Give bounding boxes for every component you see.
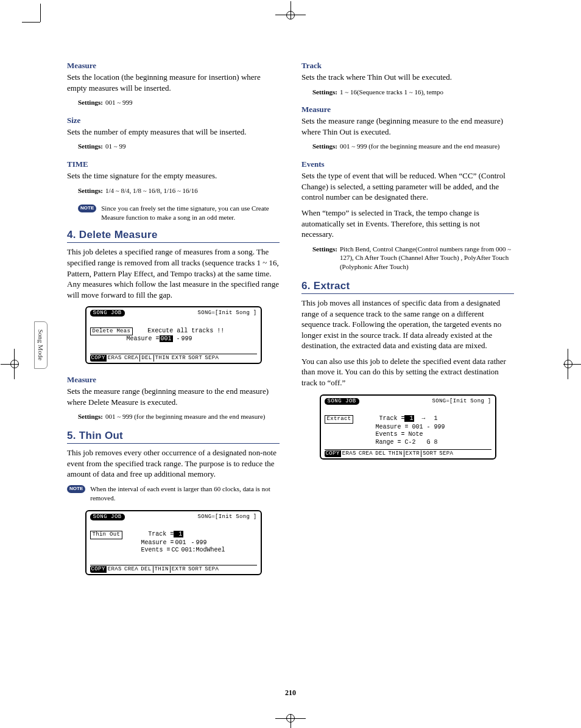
param-title-events: Events — [301, 159, 514, 169]
lcd-job-box: Thin Out — [90, 531, 123, 539]
lcd-mode-tab: SONG JOB — [90, 310, 125, 317]
lcd-extract: SONG JOB SONG=[Init Song ] Extract Track… — [320, 394, 496, 460]
side-tab: Song Mode — [34, 321, 48, 369]
param-title-track: Track — [301, 61, 514, 71]
settings-value-events: Pitch Bend, Control Change(Control numbe… — [340, 245, 514, 272]
param-body-time: Sets the time signature for the empty me… — [67, 170, 280, 181]
lcd-tabs: COPYERASCREADELTHINEXTRSORTSEPA — [90, 354, 257, 362]
param-body-size: Sets the number of empty measures that w… — [67, 127, 280, 138]
page-number: 210 — [285, 688, 296, 698]
param-body-events-1: Sets the type of event that will be redu… — [301, 170, 514, 203]
note-badge: NOTE — [67, 485, 85, 493]
right-column: Track Sets the track where Thin Out will… — [301, 61, 514, 586]
lcd-mode-tab: SONG JOB — [90, 514, 125, 520]
settings-label: Settings: — [78, 142, 103, 151]
settings-label: Settings: — [78, 186, 103, 195]
side-tab-label: Song Mode — [37, 329, 44, 360]
settings-label: Settings: — [312, 245, 337, 272]
lcd-song-label: SONG=[Init Song ] — [432, 398, 491, 405]
settings-value-del-measure: 001 ~ 999 (for the beginning measure and… — [105, 412, 280, 421]
param-body-events-2: When “tempo” is selected in Track, the t… — [301, 208, 514, 240]
settings-value-size: 01 ~ 99 — [105, 142, 280, 151]
settings-label: Settings: — [78, 412, 103, 421]
section-heading-5: 5. Thin Out — [67, 430, 280, 444]
section-body-4: This job deletes a specified range of me… — [67, 247, 280, 300]
section-body-5: This job removes every other occurrence … — [67, 447, 280, 480]
param-body-measure: Sets the location (the beginning measure… — [67, 72, 280, 93]
lcd-song-label: SONG=[Init Song ] — [198, 514, 257, 520]
param-title-time: TIME — [67, 159, 280, 169]
param-title-size: Size — [67, 116, 280, 125]
crop-mark-left — [7, 349, 22, 379]
section-body-6-2: You can also use this job to delete the … — [301, 356, 514, 388]
crop-mark-bottom — [275, 711, 306, 726]
section-heading-4: 4. Delete Measure — [67, 229, 280, 243]
lcd-tabs: COPYERASCREADELTHINEXTRSORTSEPA — [90, 565, 257, 573]
settings-value-time: 1/4 ~ 8/4, 1/8 ~ 16/8, 1/16 ~ 16/16 — [105, 186, 280, 195]
lcd-song-label: SONG=[Init Song ] — [198, 310, 257, 317]
note-text-time: Since you can freely set the time signat… — [101, 204, 280, 222]
section-heading-6: 6. Extract — [301, 280, 514, 294]
settings-value-track: 1 ~ 16(Sequence tracks 1 ~ 16), tempo — [340, 88, 514, 97]
lcd-mode-tab: SONG JOB — [325, 398, 359, 405]
settings-label: Settings: — [312, 142, 337, 151]
settings-value-r-measure: 001 ~ 999 (for the beginning measure and… — [340, 142, 514, 151]
lcd-tabs: COPYERASCREADELTHINEXTRSORTSEPA — [325, 449, 491, 457]
crop-corner-tl — [22, 22, 40, 40]
lcd-job-box: Delete Meas — [90, 327, 133, 335]
note-badge: NOTE — [78, 205, 96, 212]
lcd-thin-out: SONG JOB SONG=[Init Song ] Thin Out Trac… — [85, 510, 262, 576]
crop-mark-right — [560, 349, 576, 379]
left-column: Measure Sets the location (the beginning… — [67, 61, 280, 586]
lcd-job-box: Extract — [325, 415, 354, 423]
param-title-del-measure: Measure — [67, 375, 280, 385]
lcd-delete-measure: SONG JOB SONG=[Init Song ] Delete Meas E… — [85, 306, 262, 364]
param-body-del-measure: Sets the measure range (beginning measur… — [67, 386, 280, 407]
crop-mark-top — [275, 7, 306, 23]
settings-label: Settings: — [78, 98, 103, 107]
note-text-thinout: When the interval of each event is large… — [90, 485, 280, 503]
section-body-6-1: This job moves all instances of specific… — [301, 298, 514, 351]
settings-value-measure: 001 ~ 999 — [105, 98, 280, 107]
param-title-r-measure: Measure — [301, 105, 514, 114]
param-body-r-measure: Sets the measure range (beginning measur… — [301, 116, 514, 137]
settings-label: Settings: — [312, 88, 337, 97]
param-body-track: Sets the track where Thin Out will be ex… — [301, 72, 514, 83]
param-title-measure: Measure — [67, 61, 280, 71]
